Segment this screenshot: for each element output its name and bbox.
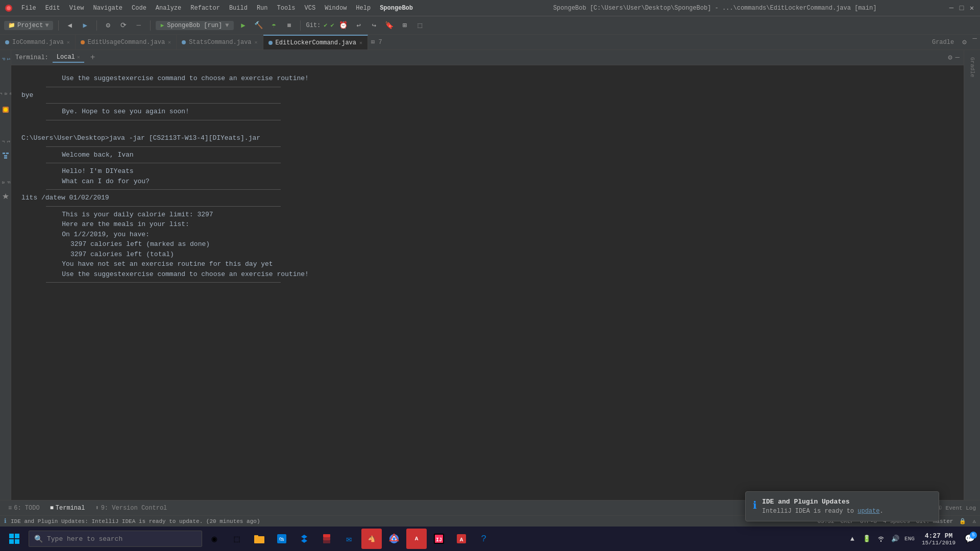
sidebar-structure-icon[interactable]: [1, 151, 10, 160]
run-configuration[interactable]: ▶ SpongeBob [run] ▼: [156, 21, 234, 30]
taskbar-acrobat[interactable]: A: [451, 529, 472, 549]
taskbar-volume[interactable]: 🔊: [889, 533, 901, 545]
taskbar-scala[interactable]: [316, 529, 337, 549]
coverage-button[interactable]: ☂: [267, 19, 280, 32]
navigate-forward-button[interactable]: ▶: [79, 19, 91, 32]
taskbar-accessdata[interactable]: A: [406, 529, 427, 549]
taskbar-store[interactable]: 🛍: [272, 529, 292, 549]
taskbar-explorer[interactable]: [249, 529, 270, 549]
sidebar-star-icon[interactable]: [1, 192, 10, 201]
notification-link[interactable]: update: [857, 508, 879, 515]
project-selector[interactable]: 📁 Project ▼: [4, 21, 53, 30]
run-button[interactable]: ▶: [237, 19, 249, 32]
menu-bar: File Edit View Navigate Code Analyze Ref…: [17, 4, 482, 13]
git-layout-icon[interactable]: ⊞: [399, 19, 411, 32]
gradle-tab[interactable]: Gradle: [927, 35, 959, 49]
menu-code[interactable]: Code: [128, 4, 151, 13]
taskbar-cortana[interactable]: ◉: [204, 529, 225, 549]
status-warning-icon[interactable]: ⚠: [972, 518, 976, 524]
git-redo-icon[interactable]: ↪: [368, 19, 380, 32]
menu-window[interactable]: Window: [321, 4, 351, 13]
menu-run[interactable]: Run: [253, 4, 272, 13]
tab-close-editusage[interactable]: ✕: [168, 39, 171, 45]
sidebar-spongebob-icon[interactable]: [1, 105, 10, 114]
tab-label-editusage: EditUsageCommand.java: [88, 39, 165, 46]
clock[interactable]: 4:27 PM 15/11/2019: [918, 532, 960, 546]
maximize-button[interactable]: □: [958, 4, 966, 12]
navigate-back-button[interactable]: ◀: [64, 19, 76, 32]
sidebar-project[interactable]: 1P: [0, 52, 13, 66]
menu-refactor[interactable]: Refactor: [186, 4, 224, 13]
terminal-add-button[interactable]: +: [88, 53, 97, 62]
taskbar-chrome[interactable]: [384, 529, 404, 549]
status-lock-icon[interactable]: 🔒: [959, 518, 966, 524]
menu-tools[interactable]: Tools: [273, 4, 300, 13]
start-button[interactable]: [2, 527, 27, 551]
build-button[interactable]: 🔨: [252, 19, 264, 32]
tab-bar-close-icon[interactable]: ─: [970, 35, 980, 49]
menu-build[interactable]: Build: [225, 4, 252, 13]
taskbar-intellij[interactable]: IJ: [429, 529, 449, 549]
menu-spongebob[interactable]: SpongeBob: [376, 4, 417, 13]
sidebar-learn[interactable]: Learn: [0, 87, 13, 101]
terminal-settings-icon[interactable]: ⚙: [948, 53, 952, 62]
taskbar-help[interactable]: ?: [474, 529, 494, 549]
sidebar-structure[interactable]: 2Struc: [0, 135, 13, 149]
clock-date: 15/11/2019: [922, 540, 955, 546]
terminal-tab-local[interactable]: Local ✕: [53, 53, 84, 63]
bottom-tab-todo[interactable]: ≡ 6: TODO: [4, 504, 44, 513]
notification-button[interactable]: 💬 5: [962, 531, 978, 547]
settings-icon[interactable]: ⚙: [102, 19, 114, 32]
tab-bar-settings-icon[interactable]: ⚙: [959, 35, 969, 49]
taskbar-mail[interactable]: ✉: [339, 529, 359, 549]
git-panel-icon[interactable]: ⬚: [414, 19, 426, 32]
tab-editlocker[interactable]: EditLockerCommand.java ✕: [263, 35, 368, 49]
menu-edit[interactable]: Edit: [41, 4, 64, 13]
tab-dot-editlocker: [268, 41, 273, 45]
taskbar-chevron[interactable]: ▲: [846, 533, 859, 545]
taskbar-battery[interactable]: 🔋: [861, 533, 873, 545]
term-line-blank: [21, 123, 953, 134]
event-log-label[interactable]: ① Event Log: [937, 505, 976, 511]
sync-icon[interactable]: ⟳: [117, 19, 130, 32]
stop-button[interactable]: ■: [283, 19, 295, 32]
tab-close-io[interactable]: ✕: [67, 39, 70, 45]
taskbar-unknown1[interactable]: 🐴: [361, 529, 382, 549]
git-bookmark-icon[interactable]: 🔖: [383, 19, 396, 32]
minimize-button[interactable]: ─: [947, 4, 955, 12]
taskbar-taskview[interactable]: ⬚: [227, 529, 247, 549]
terminal-tab-close[interactable]: ✕: [77, 54, 80, 60]
bottom-tab-vcs[interactable]: ⬆ 9: Version Control: [91, 503, 171, 513]
tab-close-stats[interactable]: ✕: [255, 39, 258, 45]
recent-files-indicator[interactable]: ⊞ 7: [368, 35, 385, 49]
tab-stats[interactable]: StatsCommand.java ✕: [177, 35, 263, 49]
svg-marker-17: [301, 535, 307, 543]
tab-iocommand[interactable]: IoCommand.java ✕: [0, 35, 76, 49]
terminal-output[interactable]: Use the suggestexercise command to choos…: [11, 65, 964, 500]
tab-editusage[interactable]: EditUsageCommand.java ✕: [76, 35, 177, 49]
sidebar-favorites[interactable]: 2Fav: [0, 176, 13, 190]
notification-text-prefix: IntelliJ IDEA is ready to: [762, 508, 857, 515]
svg-text:A: A: [460, 537, 463, 543]
compare-icon[interactable]: ─: [133, 19, 145, 32]
right-sidebar-gradle[interactable]: Gradle: [968, 54, 976, 81]
menu-file[interactable]: File: [17, 4, 40, 13]
taskbar-network[interactable]: [875, 533, 887, 545]
menu-help[interactable]: Help: [352, 4, 375, 13]
git-undo-icon[interactable]: ↩: [353, 19, 365, 32]
tab-close-editlocker[interactable]: ✕: [359, 40, 362, 46]
search-bar[interactable]: 🔍 Type here to search: [29, 531, 202, 547]
taskbar-dropbox[interactable]: [294, 529, 314, 549]
svg-point-23: [393, 537, 396, 540]
menu-view[interactable]: View: [65, 4, 88, 13]
terminal-minimize-icon[interactable]: ─: [955, 54, 960, 62]
menu-analyze[interactable]: Analyze: [152, 4, 185, 13]
taskbar-language[interactable]: ENG: [903, 533, 916, 545]
toolbar-separator-4: [300, 20, 301, 31]
bottom-tab-terminal[interactable]: ■ Terminal: [46, 504, 89, 513]
menu-vcs[interactable]: VCS: [301, 4, 320, 13]
menu-navigate[interactable]: Navigate: [89, 4, 127, 13]
close-button[interactable]: ✕: [968, 4, 976, 12]
window-controls: ─ □ ✕: [947, 4, 976, 12]
git-time-icon[interactable]: ⏰: [337, 19, 350, 32]
